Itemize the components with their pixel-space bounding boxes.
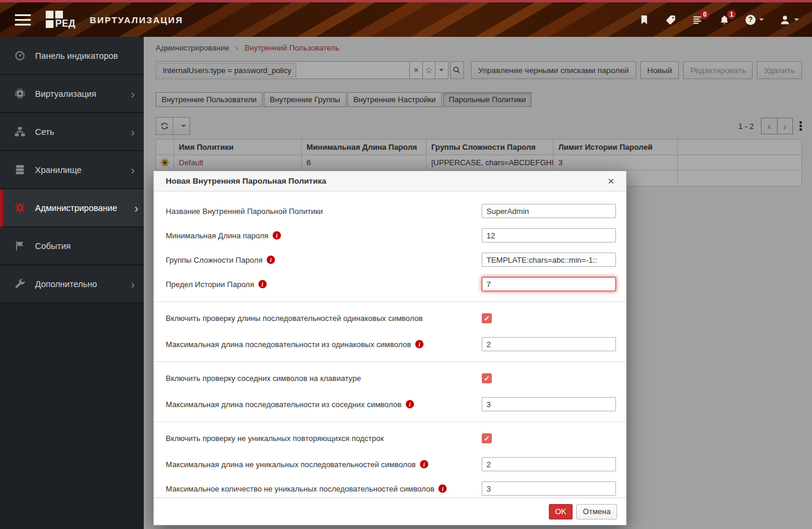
field-label: Максимальное количество не уникальных по… bbox=[166, 484, 434, 493]
close-icon[interactable]: × bbox=[608, 175, 614, 187]
policy-name-input[interactable] bbox=[482, 204, 616, 218]
dialog-footer: OK Отмена bbox=[154, 497, 626, 525]
field-max-nonunique-length: Максимальная длина не уникальных последо… bbox=[166, 457, 614, 471]
info-icon: i bbox=[258, 280, 267, 288]
field-label: Включить проверку не уникальных повторяю… bbox=[166, 434, 384, 443]
field-enable-substring-check: Включить проверку не уникальных повторяю… bbox=[166, 433, 614, 443]
section-divider bbox=[154, 301, 626, 302]
max-same-char-input[interactable] bbox=[482, 337, 616, 351]
sidebar-item-advanced[interactable]: Дополнительно › bbox=[0, 265, 144, 303]
chevron-right-icon: › bbox=[131, 278, 135, 290]
sidebar-item-network[interactable]: Сеть › bbox=[0, 113, 144, 151]
field-label: Максимальная длина не уникальных последо… bbox=[166, 460, 416, 469]
tags-icon[interactable] bbox=[665, 14, 677, 26]
substring-checkbox[interactable]: ✓ bbox=[482, 433, 492, 443]
info-icon: i bbox=[267, 256, 275, 264]
chevron-down-icon bbox=[759, 18, 764, 21]
field-label: Название Внутренней Парольной Политики bbox=[166, 207, 323, 216]
sidebar-item-label: Дополнительно bbox=[35, 279, 97, 289]
field-label: Группы Сложности Пароля bbox=[166, 256, 263, 264]
brand-logo-text: РЕД bbox=[55, 18, 75, 29]
menu-toggle-icon[interactable] bbox=[15, 11, 31, 29]
tasks-badge: 0 bbox=[700, 10, 709, 19]
field-enable-same-char-check: Включить проверку длины последовательнос… bbox=[166, 313, 614, 323]
field-max-nonunique-count: Максимальное количество не уникальных по… bbox=[166, 481, 614, 496]
product-name: ВИРТУАЛИЗАЦИЯ bbox=[90, 15, 183, 25]
section-divider bbox=[154, 361, 626, 362]
sidebar-item-administration[interactable]: Администрирование › bbox=[0, 189, 144, 227]
field-label: Предел Истории Пароля bbox=[166, 280, 254, 289]
user-menu[interactable] bbox=[779, 14, 799, 26]
section-divider bbox=[154, 421, 626, 422]
dashboard-icon bbox=[14, 49, 26, 62]
complexity-groups-input[interactable] bbox=[482, 253, 616, 267]
sidebar-item-label: Виртуализация bbox=[35, 89, 96, 99]
info-icon: i bbox=[438, 484, 447, 493]
max-adjacent-input[interactable] bbox=[482, 397, 616, 411]
info-icon: i bbox=[273, 231, 281, 240]
chevron-right-icon: › bbox=[131, 126, 135, 138]
cancel-button[interactable]: Отмена bbox=[576, 504, 617, 519]
alerts-badge: 1 bbox=[727, 10, 736, 19]
field-policy-name: Название Внутренней Парольной Политики bbox=[166, 204, 614, 218]
sidebar: Панель индикаторов Виртуализация › Сеть … bbox=[0, 37, 144, 529]
dialog-header: Новая Внутренняя Парольная Политика × bbox=[154, 171, 626, 191]
alerts-bell-icon[interactable]: 1 bbox=[719, 14, 730, 26]
help-menu[interactable]: ? bbox=[745, 15, 764, 25]
virtualization-icon bbox=[14, 87, 26, 100]
info-icon: i bbox=[406, 400, 414, 408]
dialog-body: Название Внутренней Парольной Политики М… bbox=[154, 191, 626, 497]
adjacent-chars-checkbox[interactable]: ✓ bbox=[482, 373, 492, 383]
same-char-checkbox[interactable]: ✓ bbox=[482, 313, 492, 323]
sidebar-item-label: Администрирование bbox=[35, 203, 117, 213]
sidebar-item-storage[interactable]: Хранилище › bbox=[0, 151, 144, 189]
sidebar-item-virtualization[interactable]: Виртуализация › bbox=[0, 75, 144, 113]
field-label: Максимальная длина последовательности из… bbox=[166, 400, 402, 409]
network-icon bbox=[14, 125, 26, 138]
ok-button[interactable]: OK bbox=[549, 504, 573, 519]
sidebar-item-label: Сеть bbox=[35, 127, 54, 137]
sidebar-item-dashboard[interactable]: Панель индикаторов bbox=[0, 37, 144, 75]
history-limit-input[interactable] bbox=[482, 277, 616, 291]
brand-logo: РЕД bbox=[46, 11, 80, 29]
max-nonunique-length-input[interactable] bbox=[482, 457, 616, 471]
field-label: Максимальная длина последовательности из… bbox=[166, 340, 411, 349]
sidebar-item-label: События bbox=[35, 241, 71, 251]
gear-icon bbox=[14, 201, 26, 214]
wrench-icon bbox=[14, 278, 26, 290]
sidebar-item-events[interactable]: События bbox=[0, 227, 144, 265]
info-icon: i bbox=[415, 340, 424, 348]
field-min-length: Минимальная Длина пароля i bbox=[166, 228, 614, 243]
masthead: РЕД ВИРТУАЛИЗАЦИЯ 0 1 ? bbox=[0, 2, 812, 37]
info-icon: i bbox=[420, 460, 428, 468]
sidebar-item-label: Хранилище bbox=[35, 165, 81, 175]
help-icon: ? bbox=[745, 15, 756, 25]
bookmark-icon[interactable] bbox=[639, 14, 650, 26]
sidebar-item-label: Панель индикаторов bbox=[35, 51, 118, 61]
chevron-right-icon: › bbox=[131, 164, 135, 176]
field-max-same-char-seq: Максимальная длина последовательности из… bbox=[166, 337, 614, 351]
tasks-icon[interactable]: 0 bbox=[692, 14, 703, 26]
chevron-down-icon bbox=[794, 18, 799, 21]
field-history-limit: Предел Истории Пароля i bbox=[166, 277, 614, 291]
field-label: Включить проверку длины последовательнос… bbox=[166, 314, 423, 323]
storage-icon bbox=[14, 163, 26, 176]
field-complexity-groups: Группы Сложности Пароля i bbox=[166, 253, 614, 267]
dialog-title: Новая Внутренняя Парольная Политика bbox=[166, 177, 326, 185]
chevron-right-icon: › bbox=[131, 88, 135, 100]
field-label: Включить проверку соседних символов на к… bbox=[166, 374, 361, 383]
min-length-input[interactable] bbox=[482, 228, 616, 243]
flag-icon bbox=[14, 240, 26, 252]
field-enable-adjacent-check: Включить проверку соседних символов на к… bbox=[166, 373, 614, 383]
application-window: РЕД ВИРТУАЛИЗАЦИЯ 0 1 ? bbox=[0, 0, 812, 529]
field-max-adjacent-seq: Максимальная длина последовательности из… bbox=[166, 397, 614, 411]
field-label: Минимальная Длина пароля bbox=[166, 231, 268, 240]
chevron-right-icon: › bbox=[134, 202, 138, 214]
new-password-policy-dialog: Новая Внутренняя Парольная Политика × На… bbox=[153, 171, 627, 525]
max-nonunique-count-input[interactable] bbox=[482, 481, 616, 496]
